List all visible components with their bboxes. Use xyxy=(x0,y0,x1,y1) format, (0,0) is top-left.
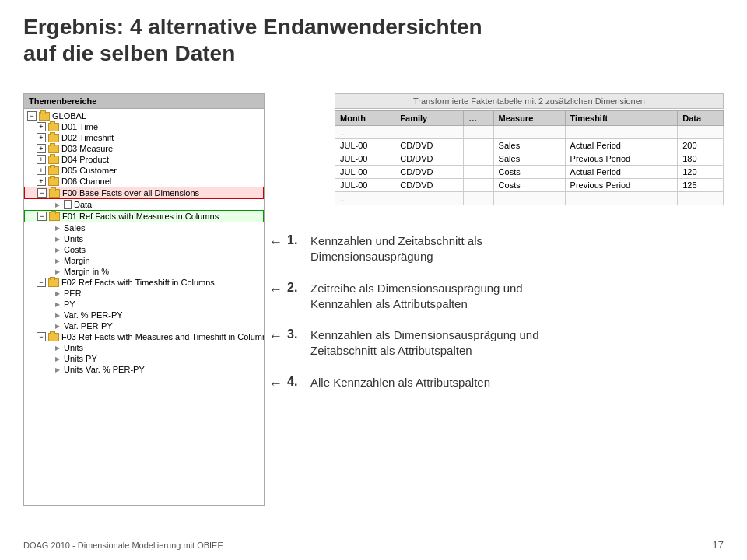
arrow-bullet-sales: ▶ xyxy=(55,225,61,231)
item-text-line2-3: Zeitabschnitt als Attributspalten xyxy=(310,344,472,357)
table-title: Transformierte Faktentabelle mit 2 zusät… xyxy=(335,93,724,109)
numbered-item-1: ← 1. Kennzahlen und Zeitabschnitt als Di… xyxy=(268,233,747,265)
cell-data-3: 120 xyxy=(678,166,724,179)
tree-label-f02: F02 Ref Facts with Timeshift in Columns xyxy=(61,278,215,287)
tree-item-units-var[interactable]: ▶ Units Var. % PER-PY xyxy=(24,364,264,375)
tree-label-margin-pct: Margin in % xyxy=(64,267,109,276)
numbered-item-4: ← 4. Alle Kennzahlen als Attributspalten xyxy=(268,375,747,392)
tree-item-global[interactable]: − GLOBAL xyxy=(24,110,264,121)
tree-item-margin[interactable]: ▶ Margin xyxy=(24,255,264,266)
tree-item-data[interactable]: ▶ Data xyxy=(24,199,264,210)
table-row-2: JUL-00 CD/DVD Sales Previous Period 180 xyxy=(335,152,724,166)
arrow-bullet-costs: ▶ xyxy=(55,247,61,253)
col-timeshift: Timeshift xyxy=(565,111,678,126)
arrow-bullet-var-pct: ▶ xyxy=(55,312,61,318)
cell-measure-1: Sales xyxy=(493,139,565,152)
page-header: Ergebnis: 4 alternative Endanwendersicht… xyxy=(23,14,724,66)
arrow-left-icon-2: ← xyxy=(268,281,282,298)
item-text-4: Alle Kennzahlen als Attributspalten xyxy=(310,375,490,390)
folder-icon-d02 xyxy=(48,134,59,142)
arrow-bullet-units: ▶ xyxy=(55,236,61,242)
cell-timeshift-3: Actual Period xyxy=(565,166,678,179)
tree-body: − GLOBAL + D01 Time + D02 Timeshift + D0… xyxy=(24,109,264,376)
expand-icon-f00: − xyxy=(37,188,47,198)
tree-label-costs: Costs xyxy=(64,245,86,254)
item-text-2: Zeitreihe als Dimensionsausprägung und K… xyxy=(310,281,523,313)
item-number-3: 3. xyxy=(287,327,303,341)
tree-item-f02[interactable]: − F02 Ref Facts with Timeshift in Column… xyxy=(24,277,264,288)
cell: .. xyxy=(335,126,395,139)
cell xyxy=(464,126,493,139)
tree-item-py[interactable]: ▶ PY xyxy=(24,299,264,310)
tree-label-var-pct: Var. % PER-PY xyxy=(64,310,123,320)
expand-icon: − xyxy=(27,111,37,121)
tree-label-d05: D05 Customer xyxy=(61,166,117,175)
cell-family-4: CD/DVD xyxy=(395,179,464,192)
tree-item-units2[interactable]: ▶ Units xyxy=(24,342,264,353)
folder-icon-d01 xyxy=(48,123,59,131)
tree-item-f03[interactable]: − F03 Ref Facts with Measures and Timesh… xyxy=(24,331,264,342)
tree-item-costs[interactable]: ▶ Costs xyxy=(24,244,264,255)
cell-dots-3 xyxy=(464,166,493,179)
cell xyxy=(464,192,493,205)
tree-label-d06: D06 Channel xyxy=(61,177,111,186)
item-number-2: 2. xyxy=(287,281,303,295)
tree-label-units2: Units xyxy=(64,343,83,352)
tree-item-d01[interactable]: + D01 Time xyxy=(24,121,264,132)
cell xyxy=(565,126,678,139)
folder-icon-d04 xyxy=(48,156,59,164)
cell-data-1: 200 xyxy=(678,139,724,152)
fact-table: Month Family … Measure Timeshift Data ..… xyxy=(335,110,724,205)
tree-item-d04[interactable]: + D04 Product xyxy=(24,154,264,165)
cell xyxy=(395,126,464,139)
col-dots-header: … xyxy=(464,111,493,126)
table-section: Transformierte Faktentabelle mit 2 zusät… xyxy=(335,93,724,205)
item-text-line1-4: Alle Kennzahlen als Attributspalten xyxy=(310,376,490,389)
cell xyxy=(678,126,724,139)
tree-label-units-var: Units Var. % PER-PY xyxy=(64,365,145,374)
numbered-item-2: ← 2. Zeitreihe als Dimensionsausprägung … xyxy=(268,281,747,313)
tree-item-per[interactable]: ▶ PER xyxy=(24,288,264,299)
tree-item-d02[interactable]: + D02 Timeshift xyxy=(24,132,264,143)
tree-item-d05[interactable]: + D05 Customer xyxy=(24,165,264,176)
cell-dots-4 xyxy=(464,179,493,192)
tree-item-sales[interactable]: ▶ Sales xyxy=(24,222,264,233)
tree-item-units-py[interactable]: ▶ Units PY xyxy=(24,353,264,364)
arrow-bullet-units-py: ▶ xyxy=(55,355,61,362)
item-text-line1-3: Kennzahlen als Dimensionsausprägung und xyxy=(310,328,539,341)
expand-icon-d03: + xyxy=(37,144,46,153)
tree-item-f01[interactable]: − F01 Ref Facts with Measures in Columns xyxy=(24,210,264,222)
expand-icon-f02: − xyxy=(37,278,46,287)
cell xyxy=(565,192,678,205)
tree-item-units[interactable]: ▶ Units xyxy=(24,233,264,244)
tree-label-d01: D01 Time xyxy=(61,122,98,131)
item-text-line1-1: Kennzahlen und Zeitabschnitt als xyxy=(310,234,482,247)
tree-item-var-pct[interactable]: ▶ Var. % PER-PY xyxy=(24,310,264,320)
arrow-bullet-data: ▶ xyxy=(55,201,61,208)
cell-month-1: JUL-00 xyxy=(335,139,395,152)
tree-item-var[interactable]: ▶ Var. PER-PY xyxy=(24,320,264,331)
cell-measure-2: Sales xyxy=(493,152,565,166)
tree-item-f00[interactable]: − F00 Base Facts over all Dimensions xyxy=(24,187,264,199)
folder-icon-f00 xyxy=(49,189,60,198)
tree-header: Themenbereiche xyxy=(24,94,264,109)
arrow-left-icon-1: ← xyxy=(268,233,282,250)
cell xyxy=(395,192,464,205)
file-icon-data xyxy=(64,200,72,209)
title-line1: Ergebnis: 4 alternative Endanwendersicht… xyxy=(23,14,724,40)
folder-icon xyxy=(39,112,50,121)
tree-label-f00: F00 Base Facts over all Dimensions xyxy=(62,188,199,198)
cell-data-2: 180 xyxy=(678,152,724,166)
tree-label-var: Var. PER-PY xyxy=(64,321,113,331)
tree-item-margin-pct[interactable]: ▶ Margin in % xyxy=(24,266,264,277)
col-month: Month xyxy=(335,111,395,126)
tree-item-d03[interactable]: + D03 Measure xyxy=(24,143,264,154)
tree-label-f01: F01 Ref Facts with Measures in Columns xyxy=(62,212,219,221)
tree-item-d06[interactable]: + D06 Channel xyxy=(24,176,264,187)
cell-timeshift-1: Actual Period xyxy=(565,139,678,152)
expand-icon-d05: + xyxy=(37,166,46,175)
expand-icon-f01: − xyxy=(37,212,47,221)
arrow-left-icon-4: ← xyxy=(268,375,282,392)
tree-label-d04: D04 Product xyxy=(61,155,109,164)
cell-measure-3: Costs xyxy=(493,166,565,179)
